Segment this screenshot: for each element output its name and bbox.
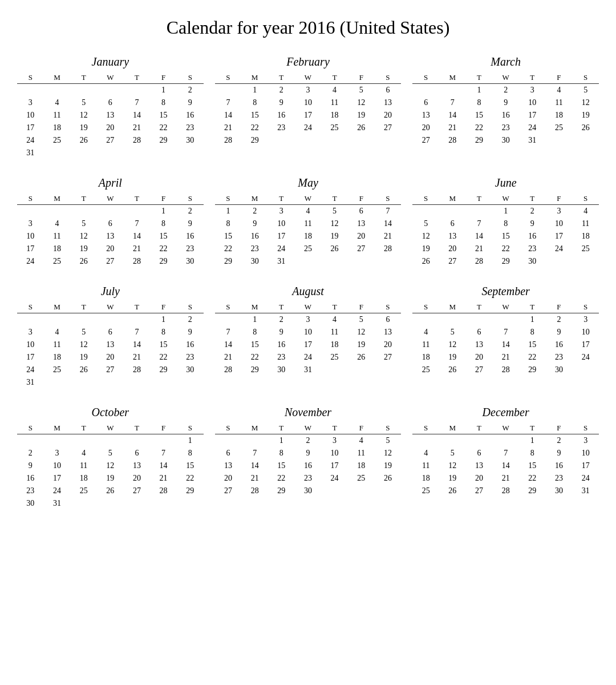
day-cell — [177, 376, 204, 389]
day-header: M — [439, 193, 466, 205]
day-cell — [466, 313, 493, 327]
day-header: F — [348, 193, 375, 205]
day-cell — [97, 84, 124, 97]
day-cell: 23 — [492, 122, 519, 134]
day-cell: 29 — [150, 364, 177, 376]
day-cell — [348, 364, 375, 376]
day-cell: 16 — [17, 472, 44, 485]
day-cell: 12 — [70, 109, 97, 122]
day-cell: 7 — [150, 447, 177, 460]
day-cell: 20 — [97, 122, 124, 134]
day-cell: 12 — [97, 460, 124, 472]
day-cell: 13 — [97, 109, 124, 122]
day-cell: 9 — [295, 447, 322, 460]
day-cell: 22 — [150, 243, 177, 255]
table-row: 14151617181920 — [215, 109, 402, 122]
day-cell: 23 — [177, 351, 204, 364]
month-name: December — [412, 406, 599, 419]
table-row: 10111213141516 — [17, 339, 204, 351]
day-cell: 3 — [44, 447, 71, 460]
day-header: S — [572, 301, 599, 313]
day-cell: 16 — [268, 339, 295, 351]
table-row: 10111213141516 — [17, 230, 204, 243]
day-cell: 4 — [412, 326, 439, 339]
day-cell: 22 — [268, 472, 295, 485]
day-cell: 23 — [17, 485, 44, 497]
day-cell: 14 — [124, 339, 151, 351]
day-header: T — [321, 193, 348, 205]
day-cell: 28 — [492, 485, 519, 497]
day-cell: 4 — [44, 96, 71, 109]
day-cell: 10 — [519, 96, 546, 109]
day-cell: 24 — [17, 134, 44, 147]
day-cell: 28 — [241, 485, 268, 497]
table-row: 45678910 — [412, 326, 599, 339]
table-row: 6789101112 — [412, 96, 599, 109]
month-december: DecemberSMTWTFS1234567891011121314151617… — [412, 406, 599, 510]
day-cell: 7 — [124, 96, 151, 109]
day-cell: 17 — [572, 339, 599, 351]
table-row: 13141516171819 — [215, 460, 402, 472]
day-cell: 24 — [295, 122, 322, 134]
day-cell: 23 — [546, 351, 573, 364]
day-cell: 18 — [44, 243, 71, 255]
day-cell: 18 — [546, 109, 573, 122]
month-august: AugustSMTWTFS123456789101112131415161718… — [215, 285, 402, 389]
month-name: May — [215, 176, 402, 190]
table-row: 11121314151617 — [412, 339, 599, 351]
day-cell: 5 — [412, 217, 439, 230]
day-cell — [546, 255, 573, 268]
day-header: M — [44, 72, 71, 84]
month-october: OctoberSMTWTFS12345678910111213141516171… — [17, 406, 204, 510]
day-cell: 24 — [572, 472, 599, 485]
day-cell: 25 — [572, 243, 599, 255]
day-cell: 20 — [97, 243, 124, 255]
day-cell — [70, 205, 97, 218]
day-header: M — [44, 301, 71, 313]
day-header: T — [70, 422, 97, 434]
day-header: S — [375, 301, 402, 313]
day-cell: 14 — [241, 460, 268, 472]
day-cell: 1 — [177, 434, 204, 448]
table-row: 12345 — [215, 434, 402, 448]
day-cell: 29 — [150, 255, 177, 268]
day-cell — [546, 134, 573, 147]
day-cell: 21 — [124, 243, 151, 255]
day-cell — [44, 205, 71, 218]
table-row: 23242526272829 — [17, 485, 204, 497]
day-cell: 22 — [215, 243, 242, 255]
day-cell: 21 — [492, 472, 519, 485]
day-cell: 29 — [466, 134, 493, 147]
table-row: 18192021222324 — [412, 472, 599, 485]
day-cell — [124, 147, 151, 159]
day-cell: 27 — [97, 134, 124, 147]
day-header: S — [17, 301, 44, 313]
day-cell: 2 — [177, 205, 204, 218]
day-cell: 25 — [321, 122, 348, 134]
day-cell: 5 — [70, 96, 97, 109]
day-cell: 20 — [348, 230, 375, 243]
day-cell: 28 — [124, 134, 151, 147]
day-cell: 27 — [466, 364, 493, 376]
table-row: 12 — [17, 84, 204, 97]
day-cell — [150, 497, 177, 510]
day-cell: 12 — [70, 339, 97, 351]
day-cell — [17, 205, 44, 218]
day-cell — [97, 205, 124, 218]
month-name: August — [215, 285, 402, 298]
day-cell: 7 — [124, 326, 151, 339]
table-row: 18192021222324 — [412, 351, 599, 364]
day-cell: 14 — [439, 109, 466, 122]
day-cell — [412, 205, 439, 218]
day-cell — [348, 485, 375, 497]
table-row: 21222324252627 — [215, 122, 402, 134]
day-cell: 4 — [70, 447, 97, 460]
day-cell — [177, 147, 204, 159]
day-cell: 23 — [268, 351, 295, 364]
day-header: M — [241, 301, 268, 313]
day-cell: 24 — [546, 243, 573, 255]
day-header: W — [295, 72, 322, 84]
day-cell: 19 — [321, 230, 348, 243]
day-cell: 18 — [321, 109, 348, 122]
day-cell: 17 — [44, 472, 71, 485]
